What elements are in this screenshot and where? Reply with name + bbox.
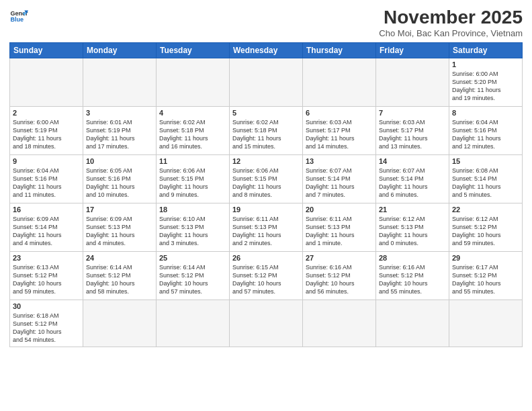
location: Cho Moi, Bac Kan Province, Vietnam — [379, 28, 523, 38]
day-3: 3 Sunrise: 6:01 AMSunset: 5:19 PMDayligh… — [83, 107, 157, 155]
day-9: 9 Sunrise: 6:04 AMSunset: 5:16 PMDayligh… — [10, 155, 83, 203]
empty-cell — [157, 58, 230, 107]
day-11: 11 Sunrise: 6:06 AMSunset: 5:15 PMDaylig… — [157, 155, 230, 203]
svg-text:Blue: Blue — [10, 16, 24, 23]
day-27: 27 Sunrise: 6:16 AMSunset: 5:12 PMDaylig… — [303, 252, 376, 300]
day-12: 12 Sunrise: 6:06 AMSunset: 5:15 PMDaylig… — [230, 155, 303, 203]
calendar-row-5: 23 Sunrise: 6:13 AMSunset: 5:12 PMDaylig… — [10, 252, 523, 300]
calendar-row-6: 30 Sunrise: 6:18 AMSunset: 5:12 PMDaylig… — [10, 300, 523, 347]
logo-icon: General Blue — [9, 7, 28, 26]
header: General Blue November 2025 Cho Moi, Bac … — [9, 7, 523, 38]
logo: General Blue — [9, 7, 28, 26]
day-6: 6 Sunrise: 6:03 AMSunset: 5:17 PMDayligh… — [303, 107, 376, 155]
calendar-row-4: 16 Sunrise: 6:09 AMSunset: 5:14 PMDaylig… — [10, 203, 523, 252]
header-sunday: Sunday — [10, 43, 83, 58]
calendar-table: Sunday Monday Tuesday Wednesday Thursday… — [9, 42, 523, 347]
empty-cell — [157, 300, 230, 347]
empty-cell — [83, 300, 157, 347]
header-monday: Monday — [83, 43, 157, 58]
day-28: 28 Sunrise: 6:16 AMSunset: 5:12 PMDaylig… — [376, 252, 449, 300]
empty-cell — [376, 58, 449, 107]
day-26: 26 Sunrise: 6:15 AMSunset: 5:12 PMDaylig… — [230, 252, 303, 300]
day-1-info: Sunrise: 6:00 AMSunset: 5:20 PMDaylight:… — [452, 71, 501, 101]
header-tuesday: Tuesday — [157, 43, 230, 58]
day-24: 24 Sunrise: 6:14 AMSunset: 5:12 PMDaylig… — [83, 252, 157, 300]
day-5: 5 Sunrise: 6:02 AMSunset: 5:18 PMDayligh… — [230, 107, 303, 155]
empty-cell — [230, 300, 303, 347]
day-16: 16 Sunrise: 6:09 AMSunset: 5:14 PMDaylig… — [10, 203, 83, 252]
page: General Blue November 2025 Cho Moi, Bac … — [0, 0, 532, 411]
day-14: 14 Sunrise: 6:07 AMSunset: 5:14 PMDaylig… — [376, 155, 449, 203]
header-wednesday: Wednesday — [230, 43, 303, 58]
day-1: 1 Sunrise: 6:00 AMSunset: 5:20 PMDayligh… — [449, 58, 523, 107]
empty-cell — [303, 58, 376, 107]
day-30: 30 Sunrise: 6:18 AMSunset: 5:12 PMDaylig… — [10, 300, 83, 347]
empty-cell — [376, 300, 449, 347]
day-8: 8 Sunrise: 6:04 AMSunset: 5:16 PMDayligh… — [449, 107, 523, 155]
day-29: 29 Sunrise: 6:17 AMSunset: 5:12 PMDaylig… — [449, 252, 523, 300]
calendar-row-2: 2 Sunrise: 6:00 AMSunset: 5:19 PMDayligh… — [10, 107, 523, 155]
day-2: 2 Sunrise: 6:00 AMSunset: 5:19 PMDayligh… — [10, 107, 83, 155]
day-4: 4 Sunrise: 6:02 AMSunset: 5:18 PMDayligh… — [157, 107, 230, 155]
header-thursday: Thursday — [303, 43, 376, 58]
day-25: 25 Sunrise: 6:14 AMSunset: 5:12 PMDaylig… — [157, 252, 230, 300]
day-17: 17 Sunrise: 6:09 AMSunset: 5:13 PMDaylig… — [83, 203, 157, 252]
empty-cell — [10, 58, 83, 107]
empty-cell — [303, 300, 376, 347]
header-friday: Friday — [376, 43, 449, 58]
month-title: November 2025 — [379, 7, 523, 28]
day-21: 21 Sunrise: 6:12 AMSunset: 5:13 PMDaylig… — [376, 203, 449, 252]
day-15: 15 Sunrise: 6:08 AMSunset: 5:14 PMDaylig… — [449, 155, 523, 203]
weekday-header-row: Sunday Monday Tuesday Wednesday Thursday… — [10, 43, 523, 58]
day-18: 18 Sunrise: 6:10 AMSunset: 5:13 PMDaylig… — [157, 203, 230, 252]
day-13: 13 Sunrise: 6:07 AMSunset: 5:14 PMDaylig… — [303, 155, 376, 203]
day-23: 23 Sunrise: 6:13 AMSunset: 5:12 PMDaylig… — [10, 252, 83, 300]
calendar-row-3: 9 Sunrise: 6:04 AMSunset: 5:16 PMDayligh… — [10, 155, 523, 203]
empty-cell — [230, 58, 303, 107]
day-19: 19 Sunrise: 6:11 AMSunset: 5:13 PMDaylig… — [230, 203, 303, 252]
header-saturday: Saturday — [449, 43, 523, 58]
empty-cell — [83, 58, 157, 107]
day-7: 7 Sunrise: 6:03 AMSunset: 5:17 PMDayligh… — [376, 107, 449, 155]
empty-cell — [449, 300, 523, 347]
day-10: 10 Sunrise: 6:05 AMSunset: 5:16 PMDaylig… — [83, 155, 157, 203]
day-20: 20 Sunrise: 6:11 AMSunset: 5:13 PMDaylig… — [303, 203, 376, 252]
calendar-row-1: 1 Sunrise: 6:00 AMSunset: 5:20 PMDayligh… — [10, 58, 523, 107]
day-22: 22 Sunrise: 6:12 AMSunset: 5:12 PMDaylig… — [449, 203, 523, 252]
title-area: November 2025 Cho Moi, Bac Kan Province,… — [379, 7, 523, 38]
